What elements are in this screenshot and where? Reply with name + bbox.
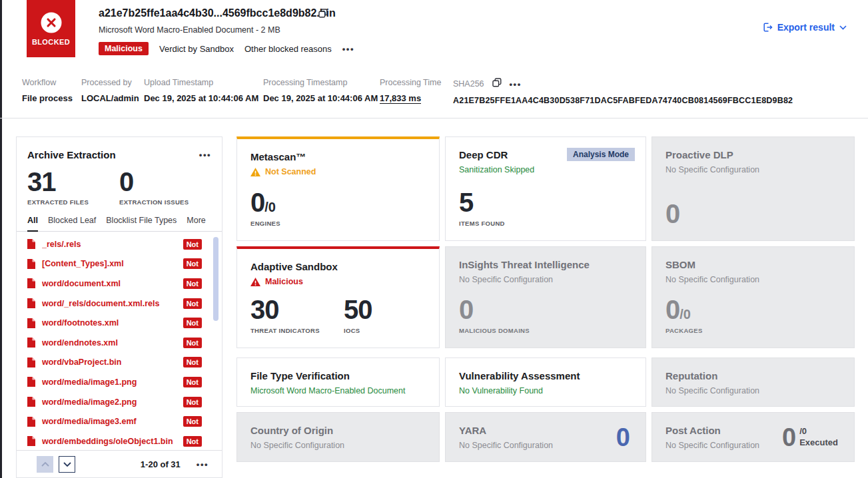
threat-indicators-label: THREAT INDICATORS	[250, 327, 320, 334]
tab-blocklist-file-types[interactable]: Blocklist File Types	[106, 216, 177, 231]
file-list-item[interactable]: word/media/image3.emf Not	[17, 411, 222, 431]
iocs-count: 50	[344, 295, 372, 324]
card-post-action[interactable]: Post Action No Specific Configuration 0 …	[651, 412, 855, 462]
analysis-mode-badge: Analysis Mode	[567, 148, 635, 161]
file-icon	[27, 298, 35, 308]
scan-result-page: BLOCKED a21e7b25ffe1aa4c4b30...4569fbcc1…	[0, 0, 868, 478]
sha256-block: SHA256 ••• A21E7B25FFE1AA4C4B30D538F71DA…	[453, 78, 793, 105]
file-status-badge: Not	[183, 298, 202, 309]
file-name: [Content_Types].xml	[42, 259, 177, 268]
extracted-files-count: 31	[27, 168, 119, 195]
pagination-more-options-icon[interactable]: •••	[197, 460, 209, 469]
status-badge: BLOCKED	[27, 0, 75, 57]
card-status-text: No Specific Configuration	[665, 386, 759, 395]
blocked-reasons-link[interactable]: Other blocked reasons	[244, 44, 332, 54]
card-metascan[interactable]: Metascan™ Not Scanned 0/0 ENGINES	[236, 136, 440, 241]
header-divider	[0, 118, 868, 119]
file-list-item[interactable]: word/media/image1.png Not	[17, 372, 222, 392]
extracted-files-label: EXTRACTED FILES	[27, 198, 119, 206]
card-title: InSights Threat Intelligence	[459, 259, 632, 270]
file-name: word/embeddings/oleObject1.bin	[42, 437, 177, 446]
card-vulnerability-assessment[interactable]: Vulnerability Assessment No Vulnerabilit…	[445, 358, 646, 407]
meta-field: Workflow File process	[22, 78, 73, 103]
card-file-type-verification[interactable]: File Type Verification Microsoft Word Ma…	[236, 358, 440, 407]
file-name: word/document.xml	[42, 279, 177, 288]
copy-sha256-icon[interactable]	[492, 78, 502, 90]
card-adaptive-sandbox[interactable]: Adaptive Sandbox Malicious 30 THREAT IND…	[236, 246, 440, 348]
dlp-count: 0	[665, 199, 679, 228]
card-deep-cdr[interactable]: Deep CDR Analysis Mode Sanitization Skip…	[445, 136, 646, 241]
iocs-label: IOCS	[344, 327, 372, 334]
file-list-item[interactable]: word/footnotes.xml Not	[17, 313, 222, 333]
file-status-badge: Not	[183, 258, 202, 269]
meta-field-value: File process	[22, 93, 73, 103]
card-title: SBOM	[665, 259, 841, 270]
card-proactive-dlp[interactable]: Proactive DLP No Specific Configuration …	[651, 136, 855, 241]
packages-total: /0	[679, 307, 691, 322]
file-list-item[interactable]: word/embeddings/oleObject1.bin Not	[17, 431, 222, 451]
warning-icon	[250, 278, 260, 286]
archive-more-options-icon[interactable]: •••	[199, 150, 211, 159]
x-circle-icon	[40, 11, 63, 34]
tab-more[interactable]: More	[187, 216, 205, 231]
file-list-item[interactable]: word/media/image2.png Not	[17, 392, 222, 412]
file-list-scrollbar[interactable]	[213, 237, 218, 321]
pagination-range: 1-20 of 31	[141, 459, 181, 469]
file-list-item[interactable]: _rels/.rels Not	[17, 234, 222, 254]
card-status-text: Malicious	[265, 277, 303, 286]
items-found-count: 5	[459, 188, 473, 217]
file-status-badge: Not	[183, 416, 202, 427]
file-icon	[27, 278, 35, 288]
file-icon	[27, 377, 35, 387]
extraction-issues-label: EXTRACTION ISSUES	[119, 198, 211, 206]
warning-icon	[250, 168, 260, 176]
card-title: Proactive DLP	[665, 149, 841, 160]
file-icon	[27, 436, 35, 446]
file-name: word/vbaProject.bin	[42, 358, 177, 367]
page-down-button[interactable]	[59, 456, 75, 473]
file-status-badge: Not	[183, 377, 202, 387]
copy-filename-icon[interactable]	[318, 9, 328, 21]
card-title: Metascan™	[250, 151, 426, 162]
archive-stats: 31 EXTRACTED FILES 0 EXTRACTION ISSUES	[17, 168, 222, 206]
malicious-domains-count: 0	[459, 295, 473, 324]
post-action-total: /0	[799, 426, 838, 437]
file-list-item[interactable]: word/endnotes.xml Not	[17, 333, 222, 353]
file-status-badge: Not	[183, 357, 202, 367]
more-options-icon[interactable]: •••	[342, 45, 354, 53]
card-status-text: No Specific Configuration	[665, 441, 759, 450]
sha-more-options-icon[interactable]: •••	[510, 80, 522, 89]
export-label: Export result	[777, 22, 835, 33]
card-country-of-origin[interactable]: Country of Origin No Specific Configurat…	[236, 412, 440, 462]
engines-total: /0	[264, 200, 276, 214]
card-insights-threat-intelligence[interactable]: InSights Threat Intelligence No Specific…	[445, 246, 646, 348]
tab-all[interactable]: All	[27, 216, 38, 232]
card-title: File Type Verification	[250, 370, 426, 381]
file-list-item[interactable]: word/_rels/document.xml.rels Not	[17, 294, 222, 314]
file-status-badge: Not	[183, 338, 202, 348]
meta-field-value[interactable]: 17,833 ms	[380, 93, 421, 104]
file-list-item[interactable]: word/document.xml Not	[17, 274, 222, 294]
card-title: Adaptive Sandbox	[250, 261, 426, 272]
verdict-source: Verdict by Sandbox	[159, 44, 234, 54]
verdict-badge: Malicious	[99, 42, 149, 55]
export-result-button[interactable]: Export result	[762, 22, 847, 33]
card-title: Country of Origin	[250, 425, 426, 436]
card-status-text: Not Scanned	[265, 167, 316, 176]
chevron-down-icon	[63, 462, 71, 467]
file-name: word/media/image1.png	[42, 377, 177, 387]
archive-extraction-panel: Archive Extraction ••• 31 EXTRACTED FILE…	[16, 136, 222, 478]
status-badge-label: BLOCKED	[32, 38, 70, 46]
file-icon	[27, 239, 35, 249]
card-status-text: No Vulnerability Found	[459, 386, 543, 395]
card-title: Vulnerability Assessment	[459, 370, 632, 381]
page-up-button[interactable]	[37, 456, 53, 473]
archive-tabs: All Blocked Leaf Blocklist File Types Mo…	[17, 216, 222, 232]
page-title: a21e7b25ffe1aa4c4b30...4569fbcc1e8d9b82.…	[99, 7, 336, 19]
file-list-item[interactable]: word/vbaProject.bin Not	[17, 353, 222, 373]
card-sbom[interactable]: SBOM No Specific Configuration 0/0 PACKA…	[651, 246, 855, 348]
card-yara[interactable]: YARA No Specific Configuration 0	[445, 412, 646, 462]
card-reputation[interactable]: Reputation No Specific Configuration	[651, 358, 855, 407]
tab-blocked-leaf[interactable]: Blocked Leaf	[48, 216, 96, 231]
file-list-item[interactable]: [Content_Types].xml Not	[17, 254, 222, 274]
